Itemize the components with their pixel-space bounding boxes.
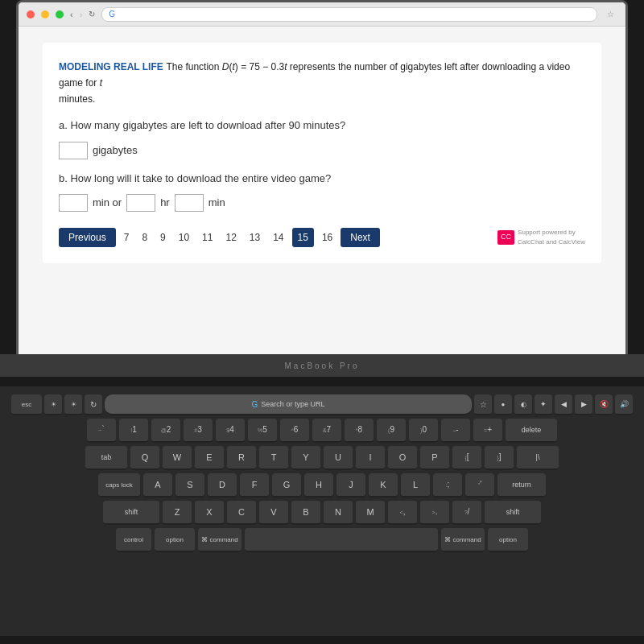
- key-n[interactable]: N: [324, 501, 353, 525]
- key-minus[interactable]: –-: [441, 419, 470, 443]
- key-slash[interactable]: ?/: [452, 501, 481, 525]
- key-vol-down[interactable]: ◀: [555, 394, 572, 415]
- key-o[interactable]: O: [388, 446, 417, 470]
- key-7[interactable]: &7: [312, 419, 341, 443]
- key-vol-up[interactable]: ▶: [575, 394, 592, 415]
- prev-button[interactable]: Previous: [59, 228, 116, 247]
- key-v[interactable]: V: [259, 501, 288, 525]
- key-rbracket[interactable]: }]: [485, 446, 514, 470]
- answer-b-min2-input[interactable]: [175, 195, 203, 211]
- key-quote[interactable]: "': [465, 473, 494, 497]
- page-10[interactable]: 10: [174, 228, 194, 247]
- answer-a-box[interactable]: [59, 142, 88, 159]
- key-space[interactable]: [245, 528, 438, 552]
- key-m[interactable]: M: [356, 501, 385, 525]
- key-comma[interactable]: <,: [388, 501, 417, 525]
- key-option-right[interactable]: option: [488, 528, 528, 552]
- key-q[interactable]: Q: [130, 446, 159, 470]
- key-j[interactable]: J: [336, 473, 365, 497]
- key-5[interactable]: %5: [248, 419, 277, 443]
- key-4[interactable]: $4: [216, 419, 245, 443]
- forward-arrow[interactable]: ›: [80, 10, 83, 19]
- back-arrow[interactable]: ‹: [70, 10, 73, 19]
- key-backslash[interactable]: |\: [517, 446, 559, 470]
- key-u[interactable]: U: [324, 446, 353, 470]
- next-button[interactable]: Next: [341, 228, 380, 247]
- key-vol-mute[interactable]: 🔇: [595, 394, 613, 415]
- key-i[interactable]: I: [356, 446, 385, 470]
- key-s[interactable]: S: [175, 473, 204, 497]
- key-l[interactable]: L: [401, 473, 430, 497]
- key-semicolon[interactable]: :;: [433, 473, 462, 497]
- address-bar-key[interactable]: G Search or type URL: [105, 394, 472, 415]
- key-1[interactable]: !1: [119, 419, 148, 443]
- key-z[interactable]: Z: [163, 501, 192, 525]
- page-7[interactable]: 7: [119, 228, 134, 247]
- key-vol-high[interactable]: 🔊: [615, 394, 633, 415]
- key-delete[interactable]: delete: [506, 419, 557, 443]
- key-tilde[interactable]: ~`: [87, 419, 116, 443]
- minimize-dot[interactable]: [41, 10, 49, 19]
- page-9[interactable]: 9: [155, 228, 171, 247]
- key-g[interactable]: G: [272, 473, 301, 497]
- answer-a-input[interactable]: [60, 142, 87, 159]
- key-r[interactable]: R: [227, 446, 256, 470]
- key-y[interactable]: Y: [291, 446, 320, 470]
- page-11[interactable]: 11: [197, 228, 217, 247]
- key-option-left[interactable]: option: [155, 528, 195, 552]
- key-control[interactable]: control: [116, 528, 151, 552]
- close-dot[interactable]: [27, 10, 35, 19]
- key-equals[interactable]: =+: [473, 419, 502, 443]
- answer-b-min2-box[interactable]: [175, 194, 204, 212]
- key-circle[interactable]: ●: [494, 394, 512, 415]
- page-8[interactable]: 8: [137, 228, 152, 247]
- key-reload[interactable]: ↻: [85, 394, 102, 415]
- key-brightness-down[interactable]: ☀: [44, 394, 62, 415]
- url-bar[interactable]: G: [101, 7, 597, 22]
- key-k[interactable]: K: [369, 473, 398, 497]
- key-command-right[interactable]: ⌘ command: [441, 528, 485, 552]
- key-9[interactable]: (9: [377, 419, 406, 443]
- key-f[interactable]: F: [240, 473, 269, 497]
- star-icon[interactable]: ☆: [604, 10, 617, 19]
- answer-b-hr-input[interactable]: [127, 195, 155, 211]
- key-capslock[interactable]: caps lock: [98, 473, 140, 497]
- key-shift-left[interactable]: shift: [103, 501, 159, 525]
- answer-b-min-input[interactable]: [60, 195, 87, 211]
- key-brightness-up2[interactable]: ✦: [535, 394, 552, 415]
- page-14[interactable]: 14: [268, 228, 288, 247]
- key-6[interactable]: ^6: [280, 419, 309, 443]
- reload-icon[interactable]: ↻: [89, 10, 95, 19]
- key-2[interactable]: @2: [151, 419, 180, 443]
- key-brightness-up[interactable]: ☀: [64, 394, 82, 415]
- key-c[interactable]: C: [227, 501, 256, 525]
- key-star[interactable]: ☆: [474, 394, 492, 415]
- page-13[interactable]: 13: [245, 228, 265, 247]
- page-16[interactable]: 16: [317, 228, 337, 247]
- key-command-left[interactable]: ⌘ command: [198, 528, 242, 552]
- key-tab[interactable]: tab: [85, 446, 127, 470]
- page-12[interactable]: 12: [221, 228, 241, 247]
- key-return[interactable]: return: [497, 473, 546, 497]
- key-d[interactable]: D: [208, 473, 237, 497]
- key-8[interactable]: *8: [345, 419, 374, 443]
- key-lbracket[interactable]: {[: [452, 446, 481, 470]
- key-brightness-down2[interactable]: ◐: [514, 394, 532, 415]
- key-b[interactable]: B: [291, 501, 320, 525]
- key-h[interactable]: H: [304, 473, 333, 497]
- page-15-active[interactable]: 15: [292, 228, 314, 247]
- key-shift-right[interactable]: shift: [485, 501, 541, 525]
- key-p[interactable]: P: [420, 446, 449, 470]
- key-x[interactable]: X: [195, 501, 224, 525]
- key-a[interactable]: A: [143, 473, 172, 497]
- key-esc[interactable]: esc: [11, 394, 42, 415]
- key-period[interactable]: >.: [420, 501, 449, 525]
- key-3[interactable]: #3: [184, 419, 213, 443]
- maximize-dot[interactable]: [56, 10, 64, 19]
- answer-b-min-box[interactable]: [59, 194, 88, 212]
- answer-b-hr-box[interactable]: [126, 194, 155, 212]
- key-e[interactable]: E: [195, 446, 224, 470]
- key-t[interactable]: T: [259, 446, 288, 470]
- key-w[interactable]: W: [163, 446, 192, 470]
- key-0[interactable]: )0: [409, 419, 438, 443]
